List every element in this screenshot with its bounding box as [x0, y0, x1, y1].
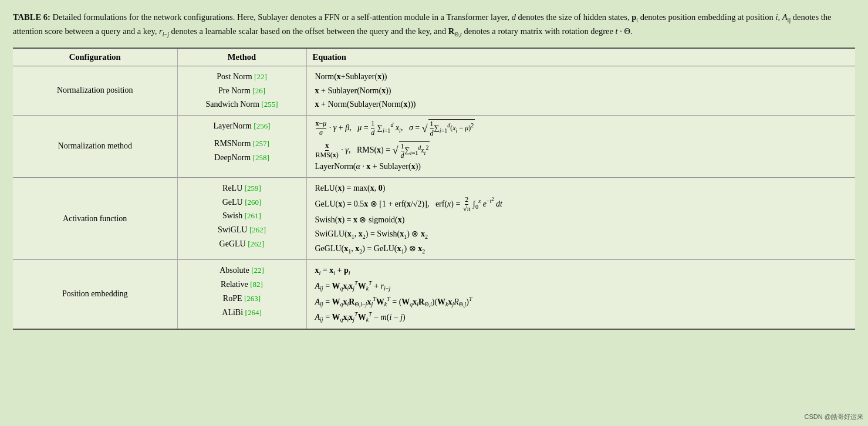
config-activation: Activation function	[13, 177, 177, 260]
config-norm-method: Normalization method	[13, 116, 177, 178]
main-table: Configuration Method Equation Normalizat…	[13, 48, 855, 330]
method-norm-method: LayerNorm [256] RMSNorm [257] DeepNorm […	[177, 116, 306, 178]
method-activation: ReLU [259] GeLU [260] Swish [261] SwiGLU…	[177, 177, 306, 260]
eq-position-embedding: xi = xi + pi Aij = WqxixjTWkT + ri−j Aij…	[306, 260, 855, 329]
table-row: Normalization position Post Norm [22] Pr…	[13, 66, 855, 115]
table-row: Activation function ReLU [259] GeLU [260…	[13, 177, 855, 260]
col-header-equation: Equation	[306, 48, 855, 66]
col-header-configuration: Configuration	[13, 48, 177, 66]
eq-norm-position: Norm(x+Sublayer(x)) x + Sublayer(Norm(x)…	[306, 66, 855, 115]
method-position-embedding: Absolute [22] Relative [82] RoPE [263] A…	[177, 260, 306, 329]
col-header-method: Method	[177, 48, 306, 66]
table-caption: TABLE 6: Detailed formulations for the n…	[13, 11, 855, 39]
table-row: Normalization method LayerNorm [256] RMS…	[13, 116, 855, 178]
config-norm-position: Normalization position	[13, 66, 177, 115]
watermark: CSDN @皓哥好运来	[805, 413, 863, 421]
eq-activation: ReLU(x) = max(x, 0) GeLU(x) = 0.5x ⊗ [1 …	[306, 177, 855, 260]
method-norm-position: Post Norm [22] Pre Norm [26] Sandwich No…	[177, 66, 306, 115]
eq-norm-method: x−μσ · γ + β, μ = 1d ∑i=1d xi, σ = √1d∑i…	[306, 116, 855, 178]
table-row: Position embedding Absolute [22] Relativ…	[13, 260, 855, 329]
table-label: TABLE 6:	[13, 12, 50, 22]
config-position-embedding: Position embedding	[13, 260, 177, 329]
